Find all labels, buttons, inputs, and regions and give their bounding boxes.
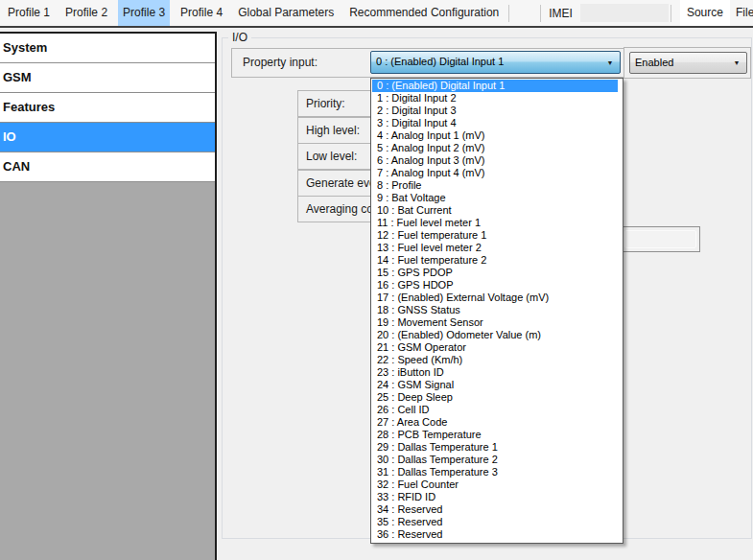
menu-separator: [508, 5, 509, 22]
dropdown-option-28[interactable]: 28 : PCB Temperature: [372, 429, 618, 441]
dropdown-option-35[interactable]: 35 : Reserved: [372, 516, 618, 528]
dropdown-option-15[interactable]: 15 : GPS PDOP: [372, 267, 618, 279]
dropdown-option-18[interactable]: 18 : GNSS Status: [372, 304, 618, 316]
dropdown-option-12[interactable]: 12 : Fuel temperature 1: [372, 229, 618, 242]
dropdown-option-17[interactable]: 17 : (Enabled) External Voltage (mV): [372, 292, 618, 304]
value-field-box: [621, 226, 700, 252]
menu-tab-profile-4[interactable]: Profile 4: [176, 0, 227, 26]
dropdown-option-32[interactable]: 32 : Fuel Counter: [372, 478, 618, 491]
configurator-window: Profile 1Profile 2Profile 3Profile 4Glob…: [0, 0, 753, 560]
dropdown-option-6[interactable]: 6 : Analog Input 3 (mV): [372, 154, 618, 167]
io-settings-panel: I/O Property input: 0 : (Enabled) Digita…: [217, 28, 753, 560]
property-input-selected-value: 0 : (Enabled) Digital Input 1: [376, 52, 600, 72]
dropdown-option-33[interactable]: 33 : RFID ID: [372, 491, 618, 503]
dropdown-option-9[interactable]: 9 : Bat Voltage: [372, 192, 618, 204]
menu-tab-profile-3[interactable]: Profile 3: [118, 0, 170, 26]
menu-separator: [671, 5, 671, 22]
menu-bar: Profile 1Profile 2Profile 3Profile 4Glob…: [0, 0, 753, 28]
chevron-down-icon[interactable]: ▼: [729, 53, 744, 73]
dropdown-option-13[interactable]: 13 : Fuel level meter 2: [372, 242, 618, 254]
chevron-down-icon[interactable]: ▼: [602, 52, 618, 73]
dropdown-option-23[interactable]: 23 : iButton ID: [372, 366, 618, 379]
property-input-label: Property input:: [243, 49, 318, 77]
dropdown-option-16[interactable]: 16 : GPS HDOP: [372, 279, 618, 292]
dropdown-option-29[interactable]: 29 : Dallas Temperature 1: [372, 441, 618, 454]
dropdown-option-11[interactable]: 11 : Fuel level meter 1: [372, 217, 618, 229]
dropdown-option-27[interactable]: 27 : Area Code: [372, 416, 618, 429]
sidebar-item-features[interactable]: Features: [0, 93, 215, 123]
dropdown-option-36[interactable]: 36 : Reserved: [372, 528, 618, 541]
menu-item-source[interactable]: Source: [680, 0, 730, 26]
dropdown-option-20[interactable]: 20 : (Enabled) Odometer Value (m): [372, 329, 618, 341]
imei-input[interactable]: [580, 4, 669, 22]
dropdown-option-25[interactable]: 25 : Deep Sleep: [372, 391, 618, 404]
sidebar-item-gsm[interactable]: GSM: [0, 63, 215, 93]
dropdown-option-8[interactable]: 8 : Profile: [372, 179, 618, 192]
menu-tab-profile-2[interactable]: Profile 2: [60, 0, 112, 26]
dropdown-option-4[interactable]: 4 : Analog Input 1 (mV): [372, 129, 618, 142]
dropdown-option-22[interactable]: 22 : Speed (Km/h): [372, 354, 618, 366]
dropdown-option-14[interactable]: 14 : Fuel temperature 2: [372, 254, 618, 267]
dropdown-option-31[interactable]: 31 : Dallas Temperature 3: [372, 466, 618, 478]
enabled-state-selected-value: Enabled: [635, 53, 727, 73]
dropdown-option-5[interactable]: 5 : Analog Input 2 (mV): [372, 142, 618, 154]
dropdown-option-0[interactable]: 0 : (Enabled) Digital Input 1: [372, 80, 618, 92]
dropdown-option-7[interactable]: 7 : Analog Input 4 (mV): [372, 167, 618, 179]
sidebar: SystemGSMFeaturesIOCAN: [0, 32, 217, 560]
enabled-state-combobox[interactable]: Enabled ▼: [629, 52, 747, 74]
sidebar-item-system[interactable]: System: [0, 34, 215, 63]
menu-tab-profile-1[interactable]: Profile 1: [3, 0, 55, 26]
value-field[interactable]: [624, 230, 696, 248]
sidebar-item-io[interactable]: IO: [0, 123, 215, 152]
menu-item-file[interactable]: File.: [732, 0, 753, 26]
dropdown-option-24[interactable]: 24 : GSM Signal: [372, 379, 618, 391]
dropdown-option-19[interactable]: 19 : Movement Sensor: [372, 316, 618, 329]
dropdown-option-10[interactable]: 10 : Bat Current: [372, 204, 618, 217]
sidebar-item-can[interactable]: CAN: [0, 152, 215, 182]
dropdown-option-21[interactable]: 21 : GSM Operator: [372, 341, 618, 354]
property-input-combobox[interactable]: 0 : (Enabled) Digital Input 1 ▼: [370, 51, 621, 74]
dropdown-option-30[interactable]: 30 : Dallas Temperature 2: [372, 454, 618, 466]
dropdown-option-34[interactable]: 34 : Reserved: [372, 503, 618, 516]
imei-label: IMEI: [549, 7, 573, 20]
property-input-dropdown-list: 0 : (Enabled) Digital Input 11 : Digital…: [370, 78, 624, 544]
dropdown-option-26[interactable]: 26 : Cell ID: [372, 404, 618, 416]
dropdown-option-2[interactable]: 2 : Digital Input 3: [372, 105, 618, 117]
menu-separator: [540, 5, 541, 22]
menu-tab-recommended-configuration[interactable]: Recommended Configuration: [344, 0, 504, 26]
io-groupbox-title: I/O: [228, 31, 251, 44]
profile-tabs: Profile 1Profile 2Profile 3Profile 4Glob…: [0, 0, 506, 26]
dropdown-option-3[interactable]: 3 : Digital Input 4: [372, 117, 618, 129]
dropdown-option-1[interactable]: 1 : Digital Input 2: [372, 92, 618, 105]
menu-tab-global-parameters[interactable]: Global Parameters: [233, 0, 339, 26]
